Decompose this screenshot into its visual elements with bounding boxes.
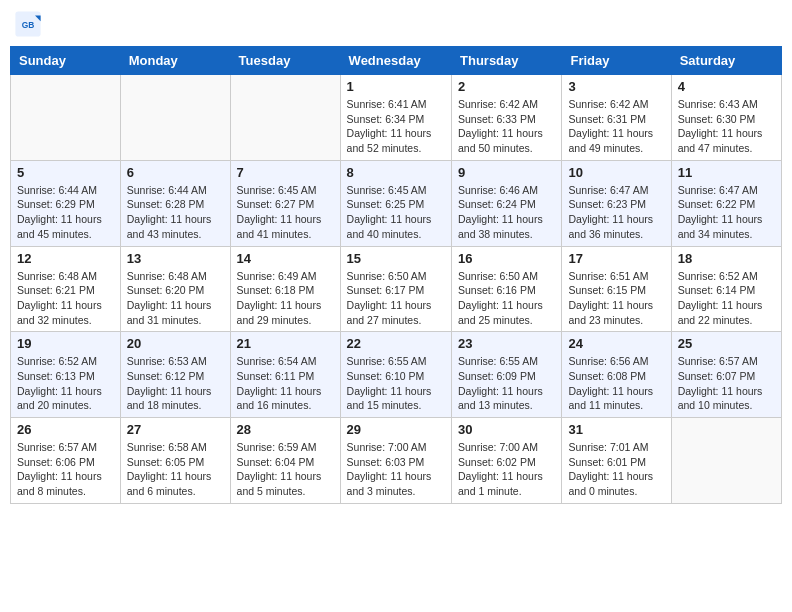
day-info: Sunrise: 6:53 AM Sunset: 6:12 PM Dayligh… <box>127 354 224 413</box>
day-cell: 24Sunrise: 6:56 AM Sunset: 6:08 PM Dayli… <box>562 332 671 418</box>
day-cell: 11Sunrise: 6:47 AM Sunset: 6:22 PM Dayli… <box>671 160 781 246</box>
day-info: Sunrise: 6:51 AM Sunset: 6:15 PM Dayligh… <box>568 269 664 328</box>
day-info: Sunrise: 6:50 AM Sunset: 6:17 PM Dayligh… <box>347 269 445 328</box>
day-info: Sunrise: 6:45 AM Sunset: 6:25 PM Dayligh… <box>347 183 445 242</box>
day-info: Sunrise: 6:44 AM Sunset: 6:29 PM Dayligh… <box>17 183 114 242</box>
day-cell: 6Sunrise: 6:44 AM Sunset: 6:28 PM Daylig… <box>120 160 230 246</box>
day-number: 5 <box>17 165 114 180</box>
day-info: Sunrise: 6:45 AM Sunset: 6:27 PM Dayligh… <box>237 183 334 242</box>
day-cell: 9Sunrise: 6:46 AM Sunset: 6:24 PM Daylig… <box>452 160 562 246</box>
day-info: Sunrise: 6:55 AM Sunset: 6:09 PM Dayligh… <box>458 354 555 413</box>
day-info: Sunrise: 6:48 AM Sunset: 6:21 PM Dayligh… <box>17 269 114 328</box>
day-info: Sunrise: 6:46 AM Sunset: 6:24 PM Dayligh… <box>458 183 555 242</box>
column-header-monday: Monday <box>120 47 230 75</box>
day-cell: 18Sunrise: 6:52 AM Sunset: 6:14 PM Dayli… <box>671 246 781 332</box>
day-info: Sunrise: 6:52 AM Sunset: 6:14 PM Dayligh… <box>678 269 775 328</box>
day-info: Sunrise: 6:54 AM Sunset: 6:11 PM Dayligh… <box>237 354 334 413</box>
day-number: 31 <box>568 422 664 437</box>
column-header-sunday: Sunday <box>11 47 121 75</box>
day-cell: 22Sunrise: 6:55 AM Sunset: 6:10 PM Dayli… <box>340 332 451 418</box>
day-number: 26 <box>17 422 114 437</box>
day-number: 11 <box>678 165 775 180</box>
column-header-wednesday: Wednesday <box>340 47 451 75</box>
column-header-tuesday: Tuesday <box>230 47 340 75</box>
day-cell <box>120 75 230 161</box>
day-cell: 8Sunrise: 6:45 AM Sunset: 6:25 PM Daylig… <box>340 160 451 246</box>
day-cell: 27Sunrise: 6:58 AM Sunset: 6:05 PM Dayli… <box>120 418 230 504</box>
day-info: Sunrise: 7:01 AM Sunset: 6:01 PM Dayligh… <box>568 440 664 499</box>
day-cell: 1Sunrise: 6:41 AM Sunset: 6:34 PM Daylig… <box>340 75 451 161</box>
day-info: Sunrise: 7:00 AM Sunset: 6:03 PM Dayligh… <box>347 440 445 499</box>
day-number: 17 <box>568 251 664 266</box>
day-number: 12 <box>17 251 114 266</box>
day-cell: 17Sunrise: 6:51 AM Sunset: 6:15 PM Dayli… <box>562 246 671 332</box>
day-number: 22 <box>347 336 445 351</box>
day-number: 25 <box>678 336 775 351</box>
logo: GB <box>14 10 46 38</box>
day-cell: 29Sunrise: 7:00 AM Sunset: 6:03 PM Dayli… <box>340 418 451 504</box>
column-header-thursday: Thursday <box>452 47 562 75</box>
week-row-3: 12Sunrise: 6:48 AM Sunset: 6:21 PM Dayli… <box>11 246 782 332</box>
logo-icon: GB <box>14 10 42 38</box>
day-cell: 15Sunrise: 6:50 AM Sunset: 6:17 PM Dayli… <box>340 246 451 332</box>
svg-text:GB: GB <box>22 20 35 30</box>
day-number: 20 <box>127 336 224 351</box>
day-cell: 13Sunrise: 6:48 AM Sunset: 6:20 PM Dayli… <box>120 246 230 332</box>
day-number: 28 <box>237 422 334 437</box>
day-number: 7 <box>237 165 334 180</box>
day-cell: 19Sunrise: 6:52 AM Sunset: 6:13 PM Dayli… <box>11 332 121 418</box>
day-info: Sunrise: 6:48 AM Sunset: 6:20 PM Dayligh… <box>127 269 224 328</box>
day-cell: 21Sunrise: 6:54 AM Sunset: 6:11 PM Dayli… <box>230 332 340 418</box>
day-cell: 20Sunrise: 6:53 AM Sunset: 6:12 PM Dayli… <box>120 332 230 418</box>
day-number: 1 <box>347 79 445 94</box>
week-row-1: 1Sunrise: 6:41 AM Sunset: 6:34 PM Daylig… <box>11 75 782 161</box>
day-info: Sunrise: 6:50 AM Sunset: 6:16 PM Dayligh… <box>458 269 555 328</box>
day-info: Sunrise: 6:47 AM Sunset: 6:23 PM Dayligh… <box>568 183 664 242</box>
calendar-header-row: SundayMondayTuesdayWednesdayThursdayFrid… <box>11 47 782 75</box>
day-cell: 25Sunrise: 6:57 AM Sunset: 6:07 PM Dayli… <box>671 332 781 418</box>
week-row-5: 26Sunrise: 6:57 AM Sunset: 6:06 PM Dayli… <box>11 418 782 504</box>
day-info: Sunrise: 6:42 AM Sunset: 6:33 PM Dayligh… <box>458 97 555 156</box>
day-cell: 14Sunrise: 6:49 AM Sunset: 6:18 PM Dayli… <box>230 246 340 332</box>
day-info: Sunrise: 6:57 AM Sunset: 6:06 PM Dayligh… <box>17 440 114 499</box>
day-cell: 7Sunrise: 6:45 AM Sunset: 6:27 PM Daylig… <box>230 160 340 246</box>
week-row-4: 19Sunrise: 6:52 AM Sunset: 6:13 PM Dayli… <box>11 332 782 418</box>
day-number: 16 <box>458 251 555 266</box>
day-number: 30 <box>458 422 555 437</box>
day-cell: 12Sunrise: 6:48 AM Sunset: 6:21 PM Dayli… <box>11 246 121 332</box>
day-cell: 16Sunrise: 6:50 AM Sunset: 6:16 PM Dayli… <box>452 246 562 332</box>
day-info: Sunrise: 6:55 AM Sunset: 6:10 PM Dayligh… <box>347 354 445 413</box>
day-cell <box>11 75 121 161</box>
day-number: 19 <box>17 336 114 351</box>
day-number: 8 <box>347 165 445 180</box>
column-header-saturday: Saturday <box>671 47 781 75</box>
day-cell: 4Sunrise: 6:43 AM Sunset: 6:30 PM Daylig… <box>671 75 781 161</box>
day-number: 10 <box>568 165 664 180</box>
day-info: Sunrise: 6:42 AM Sunset: 6:31 PM Dayligh… <box>568 97 664 156</box>
day-number: 15 <box>347 251 445 266</box>
page-header: GB <box>10 10 782 38</box>
day-cell: 26Sunrise: 6:57 AM Sunset: 6:06 PM Dayli… <box>11 418 121 504</box>
day-cell <box>671 418 781 504</box>
day-info: Sunrise: 6:41 AM Sunset: 6:34 PM Dayligh… <box>347 97 445 156</box>
day-number: 27 <box>127 422 224 437</box>
day-cell: 2Sunrise: 6:42 AM Sunset: 6:33 PM Daylig… <box>452 75 562 161</box>
day-cell: 3Sunrise: 6:42 AM Sunset: 6:31 PM Daylig… <box>562 75 671 161</box>
day-number: 3 <box>568 79 664 94</box>
week-row-2: 5Sunrise: 6:44 AM Sunset: 6:29 PM Daylig… <box>11 160 782 246</box>
day-cell: 23Sunrise: 6:55 AM Sunset: 6:09 PM Dayli… <box>452 332 562 418</box>
day-number: 4 <box>678 79 775 94</box>
day-number: 29 <box>347 422 445 437</box>
day-info: Sunrise: 6:49 AM Sunset: 6:18 PM Dayligh… <box>237 269 334 328</box>
day-number: 2 <box>458 79 555 94</box>
day-number: 13 <box>127 251 224 266</box>
day-number: 9 <box>458 165 555 180</box>
day-info: Sunrise: 6:56 AM Sunset: 6:08 PM Dayligh… <box>568 354 664 413</box>
day-cell <box>230 75 340 161</box>
day-info: Sunrise: 7:00 AM Sunset: 6:02 PM Dayligh… <box>458 440 555 499</box>
day-cell: 30Sunrise: 7:00 AM Sunset: 6:02 PM Dayli… <box>452 418 562 504</box>
day-number: 23 <box>458 336 555 351</box>
day-info: Sunrise: 6:52 AM Sunset: 6:13 PM Dayligh… <box>17 354 114 413</box>
day-info: Sunrise: 6:44 AM Sunset: 6:28 PM Dayligh… <box>127 183 224 242</box>
day-cell: 31Sunrise: 7:01 AM Sunset: 6:01 PM Dayli… <box>562 418 671 504</box>
